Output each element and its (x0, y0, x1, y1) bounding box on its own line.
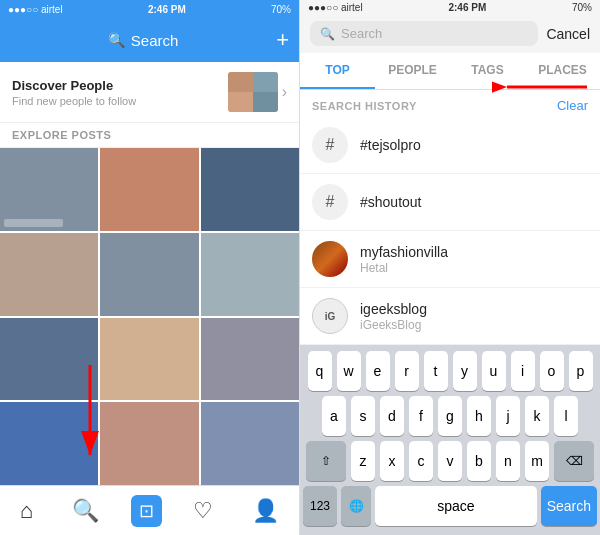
photo-cell (100, 148, 198, 231)
history-item-tejsolpro[interactable]: # #tejsolpro (300, 117, 600, 174)
right-search-header: 🔍 Search Cancel (300, 15, 600, 53)
search-history-label: SEARCH HISTORY (312, 100, 417, 112)
camera-icon[interactable]: ⊡ (131, 495, 162, 527)
key-x[interactable]: x (380, 441, 404, 481)
key-123[interactable]: 123 (303, 486, 337, 526)
key-t[interactable]: t (424, 351, 448, 391)
key-o[interactable]: o (540, 351, 564, 391)
photo-cell (201, 233, 299, 316)
key-i[interactable]: i (511, 351, 535, 391)
key-v[interactable]: v (438, 441, 462, 481)
discover-title: Discover People (12, 78, 136, 93)
key-j[interactable]: j (496, 396, 520, 436)
avatar-igeeksblog: iG (312, 298, 348, 334)
key-n[interactable]: n (496, 441, 520, 481)
photo-cell (0, 148, 98, 231)
discover-subtitle: Find new people to follow (12, 95, 136, 107)
discover-people[interactable]: Discover People Find new people to follo… (0, 62, 299, 123)
key-s[interactable]: s (351, 396, 375, 436)
tab-top[interactable]: TOP (300, 53, 375, 89)
key-k[interactable]: k (525, 396, 549, 436)
right-carrier: ●●●○○ airtel (308, 2, 363, 13)
history-sub-3: Hetal (360, 261, 588, 275)
key-w[interactable]: w (337, 351, 361, 391)
key-u[interactable]: u (482, 351, 506, 391)
photo-grid (0, 148, 299, 485)
photo-cell (0, 402, 98, 485)
key-c[interactable]: c (409, 441, 433, 481)
right-time: 2:46 PM (448, 2, 486, 13)
key-q[interactable]: q (308, 351, 332, 391)
photo-cell (201, 318, 299, 401)
tab-places[interactable]: PLACES (525, 53, 600, 89)
photo-cell (100, 318, 198, 401)
home-icon[interactable]: ⌂ (12, 490, 41, 532)
right-battery: 70% (572, 2, 592, 13)
hash-icon-2: # (312, 184, 348, 220)
key-r[interactable]: r (395, 351, 419, 391)
left-header: 🔍 Search + (0, 18, 299, 62)
history-list: # #tejsolpro # #shoutout myfashionvilla … (300, 117, 600, 345)
key-b[interactable]: b (467, 441, 491, 481)
key-e[interactable]: e (366, 351, 390, 391)
history-item-myfashionvilla[interactable]: myfashionvilla Hetal (300, 231, 600, 288)
bottom-nav: ⌂ 🔍 ⊡ ♡ 👤 (0, 485, 299, 535)
photo-cell (0, 318, 98, 401)
search-placeholder: Search (341, 26, 382, 41)
photo-cell (0, 233, 98, 316)
photo-cell (100, 402, 198, 485)
clear-button[interactable]: Clear (557, 98, 588, 113)
tab-people[interactable]: PEOPLE (375, 53, 450, 89)
tab-tags[interactable]: TAGS (450, 53, 525, 89)
explore-label: EXPLORE POSTS (0, 123, 299, 148)
plus-icon[interactable]: + (276, 27, 289, 53)
key-h[interactable]: h (467, 396, 491, 436)
key-globe[interactable]: 🌐 (341, 486, 371, 526)
profile-icon[interactable]: 👤 (244, 490, 287, 532)
left-carrier: ●●●○○ airtel (8, 4, 63, 15)
search-nav-icon[interactable]: 🔍 (64, 490, 107, 532)
search-input-box[interactable]: 🔍 Search (310, 21, 538, 46)
discover-arrow: › (282, 83, 287, 101)
search-icon-left: 🔍 (108, 32, 125, 48)
history-item-shoutout[interactable]: # #shoutout (300, 174, 600, 231)
search-key-button[interactable]: Search (541, 486, 597, 526)
key-p[interactable]: p (569, 351, 593, 391)
history-main-4: igeeksblog (360, 301, 588, 317)
history-main-1: #tejsolpro (360, 137, 588, 153)
discover-thumbnail (228, 72, 278, 112)
cancel-button[interactable]: Cancel (546, 26, 590, 42)
key-shift[interactable]: ⇧ (306, 441, 346, 481)
key-m[interactable]: m (525, 441, 549, 481)
search-icon-right: 🔍 (320, 27, 335, 41)
key-y[interactable]: y (453, 351, 477, 391)
photo-cell (201, 402, 299, 485)
key-g[interactable]: g (438, 396, 462, 436)
avatar-myfashionvilla (312, 241, 348, 277)
key-f[interactable]: f (409, 396, 433, 436)
left-battery: 70% (271, 4, 291, 15)
key-delete[interactable]: ⌫ (554, 441, 594, 481)
history-sub-4: iGeeksBlog (360, 318, 588, 332)
photo-cell (100, 233, 198, 316)
photo-cell (201, 148, 299, 231)
key-a[interactable]: a (322, 396, 346, 436)
tabs-row: TOP PEOPLE TAGS PLACES (300, 53, 600, 90)
hash-icon-1: # (312, 127, 348, 163)
history-item-igeeksblog[interactable]: iG igeeksblog iGeeksBlog (300, 288, 600, 345)
key-l[interactable]: l (554, 396, 578, 436)
key-d[interactable]: d (380, 396, 404, 436)
heart-icon[interactable]: ♡ (185, 490, 221, 532)
key-space[interactable]: space (375, 486, 537, 526)
left-time: 2:46 PM (148, 4, 186, 15)
left-search-label: Search (131, 32, 179, 49)
history-main-3: myfashionvilla (360, 244, 588, 260)
keyboard: q w e r t y u i o p a s d f g h j k l ⇧ … (300, 345, 600, 535)
history-main-2: #shoutout (360, 194, 588, 210)
key-z[interactable]: z (351, 441, 375, 481)
right-panel: ●●●○○ airtel 2:46 PM 70% 🔍 Search Cancel… (300, 0, 600, 535)
